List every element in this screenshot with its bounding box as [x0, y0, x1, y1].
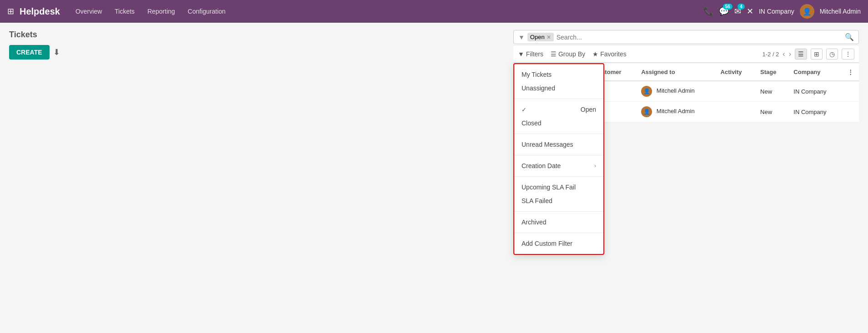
toolbar: CREATE ⬇: [9, 45, 60, 60]
open-label: Open: [581, 106, 596, 113]
filter-my-tickets[interactable]: My Tickets: [514, 68, 603, 81]
phone-icon[interactable]: 📞: [703, 6, 713, 16]
filter-funnel-icon: ▼: [518, 34, 525, 41]
dropdown-section-1: My Tickets Unassigned: [514, 64, 603, 99]
unread-messages-label: Unread Messages: [522, 141, 573, 148]
search-icon[interactable]: 🔍: [845, 33, 854, 41]
assigned-avatar-2: 👤: [641, 106, 652, 117]
col-stage: Stage: [755, 63, 788, 81]
star-icon: ★: [592, 50, 598, 58]
ticket-company-1: IN Company: [788, 81, 842, 102]
ticket-stage-1: New: [755, 81, 788, 102]
add-custom-filter-label: Add Custom Filter: [522, 240, 572, 247]
company-name: IN Company: [759, 8, 794, 15]
message-badge: 4: [738, 4, 745, 10]
close-icon[interactable]: ✕: [747, 6, 753, 16]
ticket-options-1: [842, 81, 859, 102]
nav-reporting[interactable]: Reporting: [143, 5, 180, 18]
topbar-right: 📞 💬 56 ✉ 4 ✕ IN Company 👤 Mitchell Admin: [703, 4, 861, 19]
col-company: Company: [788, 63, 842, 81]
control-left: ▼ Filters ☰ Group By ★ Favorites: [518, 50, 627, 58]
chat-badge: 56: [723, 4, 733, 10]
filters-label: Filters: [526, 50, 543, 58]
col-options: ⋮: [842, 63, 859, 81]
ticket-company-2: IN Company: [788, 102, 842, 122]
search-box: ▼ Open ✕ 🔍: [513, 30, 859, 44]
filter-tag-open: Open ✕: [527, 33, 554, 41]
next-page-button[interactable]: ›: [789, 50, 791, 58]
dropdown-section-3: Unread Messages: [514, 134, 603, 155]
ticket-activity-1: [715, 81, 755, 102]
list-view-button[interactable]: ☰: [795, 49, 807, 60]
nav-configuration[interactable]: Configuration: [183, 5, 230, 18]
grid-icon[interactable]: ⊞: [7, 6, 14, 16]
filter-unassigned[interactable]: Unassigned: [514, 81, 603, 95]
nav-overview[interactable]: Overview: [71, 5, 106, 18]
ticket-activity-2: [715, 102, 755, 122]
control-right: 1-2 / 2 ‹ › ☰ ⊞ ◷ ⋮: [762, 49, 854, 60]
assigned-avatar-1: 👤: [641, 86, 652, 97]
filter-add-custom[interactable]: Add Custom Filter: [514, 237, 603, 250]
filter-tag-remove[interactable]: ✕: [547, 34, 551, 40]
page-title: Tickets: [9, 30, 60, 40]
dropdown-section-5: Upcoming SLA Fail SLA Failed: [514, 177, 603, 212]
sla-failed-label: SLA Failed: [522, 197, 552, 204]
chat-icon[interactable]: 💬 56: [719, 6, 729, 16]
groupby-button[interactable]: ☰ Group By: [551, 50, 585, 58]
ticket-stage-2: New: [755, 102, 788, 122]
kanban-view-button[interactable]: ⊞: [811, 49, 823, 60]
creation-date-arrow-icon: ›: [594, 163, 596, 169]
filter-icon: ▼: [518, 50, 524, 58]
favorites-button[interactable]: ★ Favorites: [592, 50, 627, 58]
assigned-name-2: Mitchell Admin: [657, 108, 695, 114]
groupby-icon: ☰: [551, 50, 557, 58]
archived-label: Archived: [522, 219, 546, 226]
ticket-options-2: [842, 102, 859, 122]
filter-upcoming-sla-fail[interactable]: Upcoming SLA Fail: [514, 180, 603, 194]
upcoming-sla-fail-label: Upcoming SLA Fail: [522, 184, 576, 191]
topbar: ⊞ Helpdesk Overview Tickets Reporting Co…: [0, 0, 868, 23]
unassigned-label: Unassigned: [522, 84, 555, 92]
username: Mitchell Admin: [820, 8, 861, 15]
filter-tag-label: Open: [530, 34, 545, 40]
my-tickets-label: My Tickets: [522, 71, 552, 78]
dropdown-section-2: Open Closed: [514, 99, 603, 134]
pagination-info: 1-2 / 2: [762, 51, 779, 58]
groupby-label: Group By: [558, 50, 585, 58]
create-button[interactable]: CREATE: [9, 45, 50, 60]
nav-tickets[interactable]: Tickets: [110, 5, 139, 18]
prev-page-button[interactable]: ‹: [783, 50, 785, 58]
filter-sla-failed[interactable]: SLA Failed: [514, 194, 603, 208]
activity-view-button[interactable]: ◷: [826, 49, 838, 60]
main-nav: Overview Tickets Reporting Configuration: [71, 5, 703, 18]
search-input[interactable]: [557, 34, 845, 41]
ticket-assigned-1: 👤 Mitchell Admin: [636, 81, 715, 102]
dropdown-section-6: Archived: [514, 212, 603, 233]
download-button[interactable]: ⬇: [53, 47, 60, 57]
closed-label: Closed: [522, 119, 542, 127]
user-avatar[interactable]: 👤: [800, 4, 814, 19]
page-content: Tickets CREATE ⬇ ▼ Open ✕ 🔍: [0, 23, 868, 333]
creation-date-label: Creation Date: [522, 162, 561, 169]
filters-button[interactable]: ▼ Filters: [518, 50, 543, 58]
assigned-name-1: Mitchell Admin: [657, 87, 695, 94]
more-options-button[interactable]: ⋮: [842, 49, 854, 60]
filter-dropdown: My Tickets Unassigned Open Closed: [513, 63, 604, 255]
dropdown-section-4: Creation Date ›: [514, 155, 603, 177]
dropdown-section-7: Add Custom Filter: [514, 233, 603, 254]
ticket-assigned-2: 👤 Mitchell Admin: [636, 102, 715, 122]
filter-unread-messages[interactable]: Unread Messages: [514, 138, 603, 151]
filter-open[interactable]: Open: [514, 103, 603, 116]
search-area: ▼ Open ✕ 🔍 ▼ Filters: [513, 30, 859, 122]
filter-creation-date[interactable]: Creation Date ›: [514, 159, 603, 173]
favorites-label: Favorites: [600, 50, 627, 58]
col-assigned-to: Assigned to: [636, 63, 715, 81]
col-activity: Activity: [715, 63, 755, 81]
app-logo: Helpdesk: [20, 6, 60, 17]
message-icon[interactable]: ✉ 4: [734, 6, 741, 16]
filter-archived[interactable]: Archived: [514, 215, 603, 229]
filter-closed[interactable]: Closed: [514, 116, 603, 130]
